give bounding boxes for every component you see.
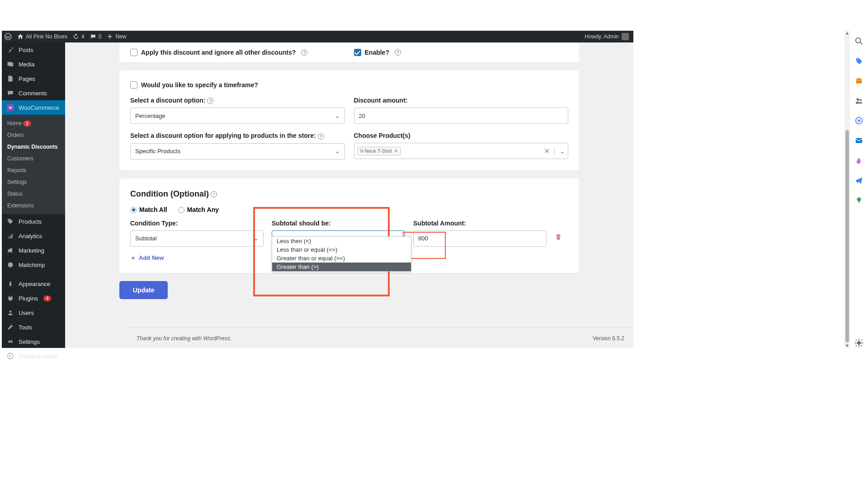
outlook-icon[interactable]	[854, 136, 864, 145]
sidebar-sub-status[interactable]: Status	[2, 188, 65, 200]
sidebar-item-plugins[interactable]: Plugins4	[2, 291, 65, 305]
help-icon[interactable]: ?	[318, 133, 324, 140]
updates-count: 4	[81, 33, 85, 40]
svg-point-2	[9, 310, 12, 313]
choose-products-label: Choose Product(s)	[354, 132, 569, 139]
analytics-icon	[6, 232, 14, 240]
plus-icon: ＋	[130, 254, 136, 262]
clear-all-icon[interactable]: ✕	[544, 147, 550, 155]
subtotal-amount-field[interactable]	[418, 235, 542, 242]
help-icon[interactable]: ?	[211, 191, 217, 197]
discount-amount-label: Discount amount:	[354, 97, 569, 104]
sidebar-sub-reports[interactable]: Reports	[2, 164, 65, 176]
wordpress-logo[interactable]	[5, 33, 12, 40]
help-icon[interactable]: ?	[395, 49, 401, 56]
sidebar-item-posts[interactable]: Posts	[2, 42, 65, 57]
radio-label: Match All	[139, 206, 167, 213]
sidebar-sub-orders[interactable]: Orders	[2, 129, 65, 141]
new-link[interactable]: New	[107, 33, 126, 40]
subtotal-amount-input[interactable]	[413, 230, 547, 247]
chevron-down-icon[interactable]: ⌄	[559, 147, 565, 155]
products-multiselect[interactable]: V-Neck T-Shirt✕ ✕⌄	[354, 143, 569, 159]
condition-title: Condition (Optional)	[130, 189, 209, 198]
sidebar-label: Marketing	[19, 247, 44, 254]
sidebar-item-tools[interactable]: Tools	[2, 320, 65, 334]
chevron-down-icon: ⌄	[335, 148, 340, 155]
gear-icon[interactable]	[854, 338, 864, 348]
dropdown-option-lte[interactable]: Less than or equal (<=)	[272, 245, 411, 254]
dropdown-list: Less then (<) Less than or equal (<=) Gr…	[272, 236, 411, 272]
dropdown-option-gte[interactable]: Greater than or equal (>=)	[272, 254, 411, 263]
page-icon	[6, 75, 14, 83]
discount-option-select[interactable]: Percentage⌄	[130, 108, 345, 124]
tag-remove-icon[interactable]: ✕	[394, 148, 398, 154]
send-icon[interactable]	[854, 175, 864, 185]
admin-topbar: All Pink No Blues 4 0 New Howdy, Admin	[2, 31, 633, 42]
paint-icon[interactable]	[854, 155, 864, 165]
avatar[interactable]	[622, 33, 629, 40]
sidebar-sub-customers[interactable]: Customers	[2, 153, 65, 164]
sidebar-label: Plugins	[19, 295, 38, 302]
update-button[interactable]: Update	[119, 281, 168, 299]
radio-icon	[178, 207, 184, 213]
sidebar-item-appearance[interactable]: Appearance	[2, 277, 65, 291]
dropdown-option-gt[interactable]: Greater than (>)	[272, 263, 411, 271]
add-new-condition[interactable]: ＋Add New	[130, 254, 164, 262]
sidebar-item-media[interactable]: Media	[2, 57, 65, 71]
dropdown-option-lt[interactable]: Less then (<)	[272, 237, 411, 245]
howdy-text[interactable]: Howdy, Admin	[585, 33, 619, 40]
site-link[interactable]: All Pink No Blues	[17, 33, 67, 40]
pin-icon	[6, 46, 14, 54]
collapse-icon	[6, 352, 14, 360]
search-icon[interactable]	[854, 36, 864, 46]
sidebar-label: Pages	[19, 75, 35, 82]
sub-label: Home	[7, 120, 22, 127]
updates-link[interactable]: 4	[73, 33, 85, 40]
people-icon[interactable]	[854, 96, 864, 106]
sidebar-sub-settings[interactable]: Settings	[2, 176, 65, 188]
sidebar-sub-home[interactable]: Home3	[2, 117, 65, 129]
sidebar-item-mailchimp[interactable]: Mailchimp	[2, 258, 65, 272]
timeframe-checkbox[interactable]	[130, 81, 137, 89]
sidebar-label: Settings	[19, 338, 40, 345]
discount-amount-input[interactable]	[354, 108, 569, 124]
tree-icon[interactable]	[854, 195, 864, 205]
help-icon[interactable]: ?	[207, 98, 213, 104]
match-all-radio[interactable]: Match All	[130, 206, 167, 213]
apply-ignore-checkbox[interactable]	[130, 49, 137, 56]
scroll-down-arrow[interactable]: ▼	[844, 343, 850, 348]
sidebar-collapse[interactable]: Collapse menu	[2, 349, 65, 363]
enable-checkbox[interactable]	[354, 49, 361, 56]
sidebar-item-pages[interactable]: Pages	[2, 71, 65, 86]
discount-amount-field[interactable]	[359, 113, 564, 119]
comments-link[interactable]: 0	[90, 33, 102, 40]
sidebar-sub-extensions[interactable]: Extensions	[2, 200, 65, 211]
tag-icon[interactable]	[854, 56, 864, 66]
sidebar-item-comments[interactable]: Comments	[2, 86, 65, 100]
sidebar-item-marketing[interactable]: Marketing	[2, 243, 65, 258]
appearance-icon	[6, 280, 14, 288]
sidebar-item-users[interactable]: Users	[2, 305, 65, 320]
sidebar-item-woocommerce[interactable]: WWooCommerce	[2, 100, 65, 115]
sidebar-item-analytics[interactable]: Analytics	[2, 229, 65, 243]
sidebar-label: Users	[19, 310, 34, 316]
sidebar-label: Collapse menu	[19, 353, 58, 360]
scroll-up-arrow[interactable]: ▲	[844, 31, 850, 35]
select-value: Percentage	[135, 113, 165, 119]
scrollbar[interactable]: ▲ ▼	[844, 31, 850, 348]
marketing-icon	[6, 246, 14, 254]
match-any-radio[interactable]: Match Any	[178, 206, 219, 213]
scroll-thumb[interactable]	[845, 130, 849, 343]
svg-point-8	[858, 119, 860, 122]
sidebar-item-products[interactable]: Products	[2, 214, 65, 229]
delete-condition-icon[interactable]	[555, 220, 562, 242]
sidebar-item-settings[interactable]: Settings	[2, 334, 65, 349]
help-icon[interactable]: ?	[301, 49, 307, 56]
svg-point-12	[858, 342, 860, 344]
briefcase-icon[interactable]	[854, 76, 864, 86]
condition-type-select[interactable]: Subtotal⌄	[130, 230, 264, 247]
sidebar-sub-dynamic-discounts[interactable]: Dynamic Discounts	[2, 141, 65, 153]
copilot-icon[interactable]	[854, 116, 864, 126]
sub-label: Customers	[7, 155, 33, 162]
apply-to-select[interactable]: Specific Products⌄	[130, 143, 345, 160]
